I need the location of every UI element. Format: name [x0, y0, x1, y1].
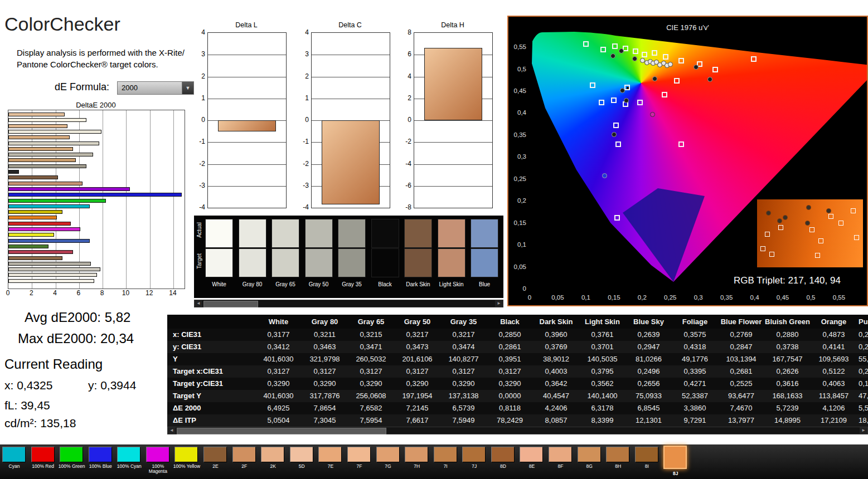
- deltae-gridline: [126, 110, 127, 289]
- patch-button-100-blue[interactable]: 100% Blue: [86, 446, 115, 478]
- table-cell: 7,3045: [302, 414, 348, 427]
- axis-tick-label: 6: [397, 50, 411, 58]
- axis-tick-label: 0: [191, 116, 205, 124]
- patch-label: 8I: [633, 464, 661, 469]
- table-cell: 0,2496: [625, 365, 672, 378]
- table-cell: 0,2639: [625, 329, 672, 341]
- table-cell: 12,1301: [625, 414, 672, 427]
- cie-marker-square: [613, 123, 619, 128]
- patch-button-5d[interactable]: 5D: [288, 446, 316, 478]
- patch-button-8i[interactable]: 8I: [633, 446, 661, 478]
- axis-tick-label: 0,1: [508, 241, 526, 248]
- axis-tick-label: 0,3: [686, 294, 711, 301]
- table-scrollbar[interactable]: ◄ ►: [167, 427, 868, 434]
- table-cell: 7,5949: [440, 414, 487, 427]
- axis-tick-label: -2: [294, 160, 309, 168]
- scroll-right-icon[interactable]: ►: [860, 427, 867, 434]
- patch-button-8g[interactable]: 8G: [575, 446, 604, 478]
- patch-button-2f[interactable]: 2F: [230, 446, 259, 478]
- patch-button-100-magenta[interactable]: 100% Magenta: [144, 446, 172, 478]
- axis-tick-label: -1: [294, 138, 309, 145]
- column-header: Pur: [857, 315, 868, 329]
- patch-button-7e[interactable]: 7E: [316, 446, 345, 478]
- axis-tick-label: 2: [397, 94, 411, 102]
- patch-swatch: [462, 447, 486, 462]
- deltae-bar: [8, 245, 49, 248]
- inset-marker-square: [815, 253, 820, 258]
- table-cell: 0,2847: [718, 341, 764, 353]
- table-row: Y401,6030321,9798260,5032201,6106140,827…: [167, 353, 868, 365]
- table-cell: 0,4141: [811, 341, 857, 353]
- swatch-column: White: [205, 219, 233, 294]
- table-cell: 6,5739: [440, 402, 487, 414]
- column-header: Orange: [811, 315, 857, 329]
- patch-button-7f[interactable]: 7F: [345, 446, 374, 478]
- gridline: [208, 55, 286, 55]
- scrollbar-thumb[interactable]: [177, 428, 386, 434]
- deltae-bar: [8, 193, 182, 197]
- patch-button-cyan[interactable]: Cyan: [0, 446, 28, 478]
- patch-button-100-cyan[interactable]: 100% Cyan: [115, 446, 143, 478]
- axis-tick-label: 1: [191, 94, 205, 102]
- patch-label: 100% Red: [29, 464, 57, 469]
- patch-button-8h[interactable]: 8H: [604, 446, 632, 478]
- deltae-bar: [8, 187, 130, 191]
- cie-marker-square: [615, 141, 621, 147]
- reading-cd-value: cd/m²: 135,18: [4, 417, 76, 430]
- table-cell: 197,1954: [394, 390, 440, 402]
- table-cell: 401,6030: [255, 390, 302, 402]
- axis-tick-label: 3: [294, 50, 309, 58]
- swatch-label: Gray 35: [335, 281, 368, 287]
- column-header: Foliage: [672, 315, 718, 329]
- patch-button-8d[interactable]: 8D: [489, 446, 517, 478]
- patch-button-100-green[interactable]: 100% Green: [57, 446, 86, 478]
- chart-plot-area: [414, 32, 493, 208]
- table-cell: 0,3395: [672, 365, 718, 378]
- patch-button-100-yellow[interactable]: 100% Yellow: [172, 446, 201, 478]
- swatch-scrollbar[interactable]: ◄ ►: [194, 300, 503, 307]
- cie-marker-square: [642, 52, 647, 57]
- table-cell: 0,4318: [672, 341, 718, 353]
- inset-marker-square: [765, 232, 770, 237]
- patch-swatch: [578, 447, 601, 462]
- patch-label: 100% Green: [57, 464, 86, 469]
- gridline: [414, 186, 492, 187]
- patch-button-7j[interactable]: 7J: [460, 446, 488, 478]
- table-cell: 6,8545: [625, 402, 672, 414]
- patch-button-7i[interactable]: 7I: [431, 446, 460, 478]
- scroll-right-icon[interactable]: ►: [495, 300, 503, 307]
- inset-marker-circle: [777, 218, 782, 223]
- table-cell: 0,3177: [255, 329, 302, 341]
- axis-tick-label: 0,25: [658, 294, 682, 301]
- patch-swatch: [2, 447, 26, 462]
- swatch-label: Gray 50: [302, 281, 336, 287]
- inset-marker-square: [854, 235, 859, 240]
- patch-button-2e[interactable]: 2E: [201, 446, 230, 478]
- axis-tick-label: 0,05: [545, 294, 570, 301]
- patch-button-7h[interactable]: 7H: [403, 446, 431, 478]
- axis-tick-label: 6: [73, 289, 84, 297]
- swatch-column: Blue: [471, 219, 498, 294]
- patch-label: 100% Blue: [86, 464, 115, 469]
- axis-tick-label: 0,2: [508, 197, 526, 204]
- axis-tick-label: 0: [294, 116, 309, 124]
- table-cell: 0,3290: [255, 378, 302, 390]
- patch-button-100-red[interactable]: 100% Red: [29, 446, 57, 478]
- patch-button-2k[interactable]: 2K: [259, 446, 287, 478]
- patch-button-8j[interactable]: 8J: [661, 446, 690, 478]
- scroll-left-icon[interactable]: ◄: [168, 427, 176, 434]
- patch-button-7g[interactable]: 7G: [374, 446, 403, 478]
- row-label: x: CIE31: [167, 329, 255, 341]
- patch-swatch: [117, 447, 140, 462]
- table-cell: 0,3795: [579, 365, 625, 378]
- reading-x-value: x: 0,4325: [4, 379, 52, 392]
- table-cell: 0,3562: [579, 378, 625, 390]
- scroll-left-icon[interactable]: ◄: [195, 300, 202, 307]
- patch-label: 8H: [604, 464, 632, 469]
- current-reading-label: Current Reading: [4, 356, 103, 372]
- deltae-bar: [8, 204, 90, 208]
- scrollbar-thumb[interactable]: [203, 301, 258, 307]
- patch-button-8e[interactable]: 8E: [517, 446, 546, 478]
- patch-button-8f[interactable]: 8F: [546, 446, 575, 478]
- de-formula-dropdown[interactable]: 2000 ▼: [117, 81, 194, 95]
